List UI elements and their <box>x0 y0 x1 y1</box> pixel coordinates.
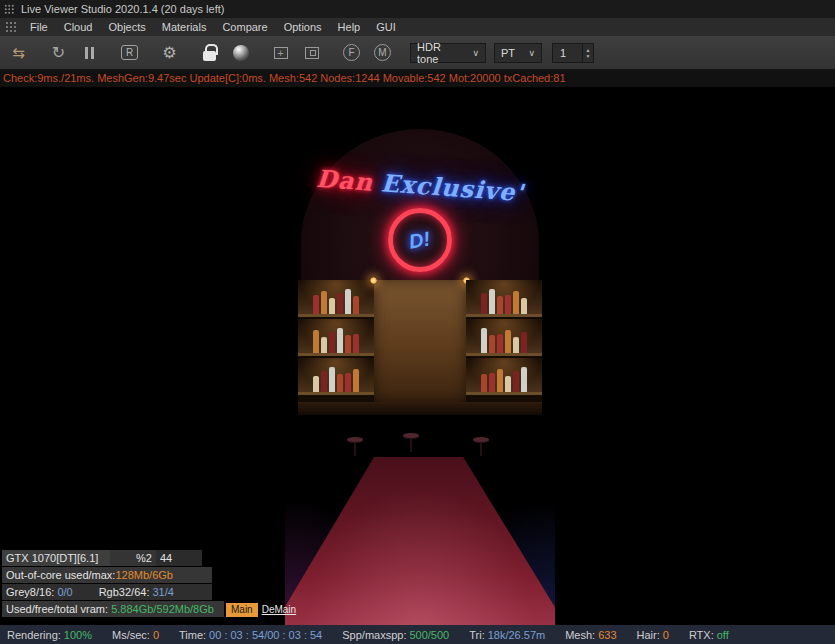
gpu-temp: 44 <box>156 550 202 566</box>
tri-stat: Tri:18k/26.57m <box>466 629 545 641</box>
hdr-tone-dropdown[interactable]: HDR tone ∨ <box>410 43 486 63</box>
bottle <box>321 371 327 392</box>
neon-logo-ring: D! <box>388 208 452 272</box>
sub-window-button[interactable] <box>296 40 327 66</box>
settings-button[interactable]: ⚙ <box>154 40 185 66</box>
menu-item-file[interactable]: File <box>22 21 56 33</box>
bar-stool <box>347 437 363 442</box>
material-picker-button[interactable]: M <box>367 40 398 66</box>
bar-stool <box>403 433 419 438</box>
render-viewport[interactable]: DanExclusive' D! <box>0 87 835 625</box>
bottle <box>337 328 343 353</box>
ooc-value: 128Mb/6Gb <box>115 567 172 583</box>
title-bar: Live Viewer Studio 2020.1.4 (20 days lef… <box>0 0 835 18</box>
spinner-arrows-icon[interactable]: ▲▼ <box>582 44 593 62</box>
rgb-value: 31/4 <box>153 584 174 600</box>
region-render-icon: R <box>121 45 138 60</box>
bottle <box>329 298 335 314</box>
menu-item-cloud[interactable]: Cloud <box>56 21 101 33</box>
vram-row: Used/free/total vram: 5.884Gb/592Mb/8Gb … <box>2 601 300 617</box>
bar-shelves <box>298 280 542 402</box>
bottle <box>513 337 519 353</box>
menu-item-options[interactable]: Options <box>276 21 330 33</box>
tab-demain[interactable]: DeMain <box>258 603 300 617</box>
bottle <box>313 330 319 353</box>
lock-icon <box>203 51 216 61</box>
gpu-row: GTX 1070[DT][6.1] %2 44 <box>2 550 300 566</box>
bottle <box>313 376 319 392</box>
restart-render-button[interactable]: ↻ <box>43 40 74 66</box>
toolbar: ⇆ ↻ R ⚙ F M HDR tone ∨ PT ∨ 1 ▲▼ <box>0 36 835 70</box>
gpu-hud-overlay: GTX 1070[DT][6.1] %2 44 Out-of-core used… <box>2 550 300 617</box>
region-render-button[interactable]: R <box>114 40 145 66</box>
shelf-row <box>466 358 542 395</box>
menu-item-help[interactable]: Help <box>330 21 369 33</box>
bottle <box>337 293 343 314</box>
bottle <box>353 334 359 353</box>
bottle <box>489 373 495 392</box>
bottle <box>321 337 327 353</box>
menu-item-gui[interactable]: GUI <box>368 21 404 33</box>
chevron-down-icon: ∨ <box>528 48 535 58</box>
pause-render-button[interactable] <box>74 40 105 66</box>
bottle <box>345 289 351 314</box>
gear-icon: ⚙ <box>162 43 176 62</box>
window-title: Live Viewer Studio 2020.1.4 (20 days lef… <box>21 3 224 15</box>
bottle <box>489 335 495 353</box>
square-dot-icon <box>305 47 319 59</box>
add-region-button[interactable] <box>265 40 296 66</box>
bottle <box>497 296 503 314</box>
bottle <box>513 371 519 392</box>
bottle <box>521 332 527 353</box>
passes-value: 1 <box>553 44 582 62</box>
menu-grip-icon <box>5 21 17 33</box>
bottle <box>505 295 511 314</box>
focus-picker-button[interactable]: F <box>336 40 367 66</box>
spp-stat: Spp/maxspp:500/500 <box>339 629 449 641</box>
render-ball-button[interactable] <box>225 40 256 66</box>
bar-stool <box>473 437 489 442</box>
chevron-down-icon: ∨ <box>472 48 479 58</box>
tab-main[interactable]: Main <box>226 603 258 617</box>
bottle <box>489 289 495 314</box>
bottle <box>345 335 351 353</box>
material-picker-icon: M <box>374 44 391 61</box>
live-viewer-window: Live Viewer Studio 2020.1.4 (20 days lef… <box>0 0 835 644</box>
bottle <box>497 369 503 392</box>
live-sync-button[interactable]: ⇆ <box>3 40 34 66</box>
bottle <box>337 374 343 392</box>
lock-resolution-button[interactable] <box>194 40 225 66</box>
bottle <box>353 369 359 392</box>
out-of-core-row: Out-of-core used/max:128Mb/6Gb <box>2 567 212 583</box>
status-bar: Rendering:100% Ms/sec:0 Time:00 : 03 : 5… <box>0 625 835 644</box>
menu-bar: File Cloud Objects Materials Compare Opt… <box>0 18 835 36</box>
shelf-row <box>466 280 542 317</box>
bottle <box>481 328 487 353</box>
shelf-row <box>298 358 374 395</box>
kernel-label: PT <box>501 47 515 59</box>
hdr-tone-label: HDR tone <box>417 41 464 65</box>
shelf-row <box>298 280 374 317</box>
passes-spinner[interactable]: 1 ▲▼ <box>552 43 594 63</box>
bottle <box>505 376 511 392</box>
menu-item-materials[interactable]: Materials <box>154 21 215 33</box>
rtx-stat: RTX:off <box>686 629 729 641</box>
gpu-name: GTX 1070[DT][6.1] <box>2 550 110 566</box>
kernel-dropdown[interactable]: PT ∨ <box>494 43 542 63</box>
menu-item-compare[interactable]: Compare <box>214 21 275 33</box>
bottle <box>321 291 327 314</box>
gpu-tabs: Main DeMain <box>226 603 300 617</box>
rgb-label: Rgb32/64: <box>99 584 150 600</box>
bottle <box>481 374 487 392</box>
focus-picker-icon: F <box>343 44 360 61</box>
grey-value: 0/0 <box>57 584 72 600</box>
menu-item-objects[interactable]: Objects <box>100 21 153 33</box>
bottle <box>481 293 487 314</box>
wood-column <box>374 280 466 402</box>
bottle <box>329 332 335 353</box>
neon-logo-text: D! <box>408 227 433 253</box>
grey-label: Grey8/16: <box>6 584 54 600</box>
vram-value: 5.884Gb/592Mb/8Gb <box>111 603 214 615</box>
render-ball-icon <box>233 45 249 61</box>
shelf-row <box>466 319 542 356</box>
